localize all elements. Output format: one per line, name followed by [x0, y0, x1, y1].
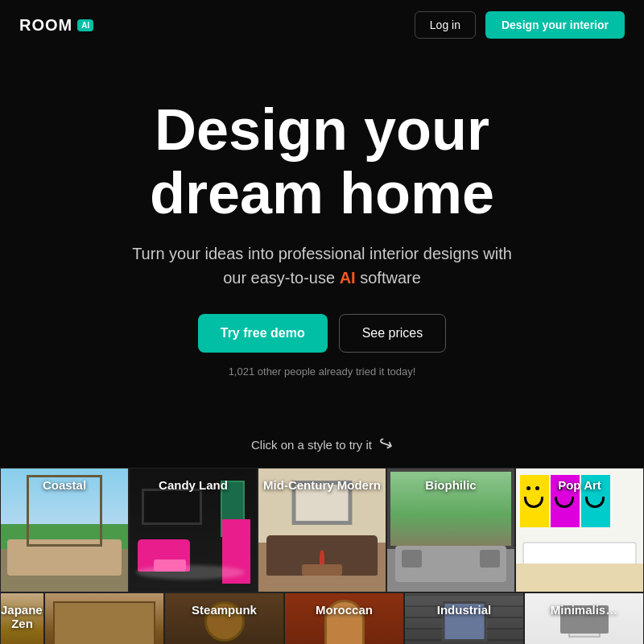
- style-card-moroccan[interactable]: Moroccan: [284, 592, 404, 644]
- style-card-japanese[interactable]: [44, 592, 164, 644]
- hero-subtitle-after: software: [356, 269, 421, 287]
- hero-subtitle: Turn your ideas into professional interi…: [121, 242, 523, 290]
- candy-label: Candy Land: [130, 478, 257, 492]
- hero-title-line2: dream home: [150, 161, 494, 225]
- arrow-icon: ↪: [375, 432, 396, 457]
- style-card-industrial[interactable]: Industrial: [404, 592, 524, 644]
- japanese-label: Japanese Zen: [1, 603, 43, 630]
- style-card-popart[interactable]: Pop Art: [515, 468, 644, 592]
- login-button[interactable]: Log in: [415, 11, 476, 39]
- navbar: ROOM AI Log in Design your interior: [0, 0, 644, 50]
- industrial-label: Industrial: [405, 603, 523, 617]
- style-card-candy[interactable]: Candy Land: [129, 468, 258, 592]
- styles-section: Click on a style to try it ↪ Coastal: [0, 434, 644, 644]
- pop-floor: [516, 564, 643, 592]
- popart-label: Pop Art: [516, 478, 643, 492]
- midcentury-label: Mid-Century Modern: [258, 478, 386, 492]
- style-card-japanese-partial[interactable]: Japanese Zen: [0, 592, 44, 644]
- logo: ROOM AI: [19, 16, 93, 35]
- bio-cushion2: [480, 550, 500, 568]
- hero-buttons: Try free demo See prices: [16, 314, 628, 353]
- candy-tv: [142, 489, 202, 525]
- japanese-panel: [53, 601, 155, 644]
- hero-ai-highlight: AI: [340, 269, 356, 287]
- styles-row-2: Japanese Zen Steampunk Moroccan: [0, 592, 644, 644]
- minimalist-label: Minimalis…: [525, 603, 643, 617]
- hero-title-line1: Design your: [155, 97, 489, 162]
- bio-cushion1: [402, 550, 422, 568]
- nav-actions: Log in Design your interior: [415, 11, 625, 39]
- try-demo-button[interactable]: Try free demo: [198, 314, 328, 353]
- coastal-label: Coastal: [1, 478, 128, 492]
- hero-title: Design your dream home: [16, 98, 628, 225]
- style-card-biophilic[interactable]: Biophilic: [386, 468, 515, 592]
- style-card-minimalist[interactable]: Minimalis…: [524, 592, 644, 644]
- style-card-steampunk[interactable]: Steampunk: [164, 592, 284, 644]
- candy-table: [154, 559, 186, 572]
- style-card-midcentury[interactable]: Mid-Century Modern: [258, 468, 386, 592]
- hero-subtitle-before: Turn your ideas into professional interi…: [132, 245, 512, 287]
- styles-hint: Click on a style to try it ↪: [0, 434, 644, 455]
- styles-row-1: Coastal Candy Land: [0, 468, 644, 592]
- steampunk-label: Steampunk: [165, 603, 283, 617]
- moroccan-label: Moroccan: [285, 603, 403, 617]
- mid-table: [302, 564, 342, 576]
- see-prices-button[interactable]: See prices: [339, 314, 447, 353]
- style-card-coastal[interactable]: Coastal: [0, 468, 129, 592]
- social-proof-text: 1,021 other people already tried it toda…: [16, 365, 628, 378]
- hero-section: Design your dream home Turn your ideas i…: [0, 50, 644, 410]
- biophilic-label: Biophilic: [387, 478, 514, 492]
- design-interior-button[interactable]: Design your interior: [485, 11, 625, 39]
- styles-hint-text: Click on a style to try it: [251, 438, 372, 452]
- mid-flowers: [320, 550, 324, 564]
- logo-text: ROOM: [19, 16, 72, 35]
- logo-ai-badge: AI: [77, 19, 93, 31]
